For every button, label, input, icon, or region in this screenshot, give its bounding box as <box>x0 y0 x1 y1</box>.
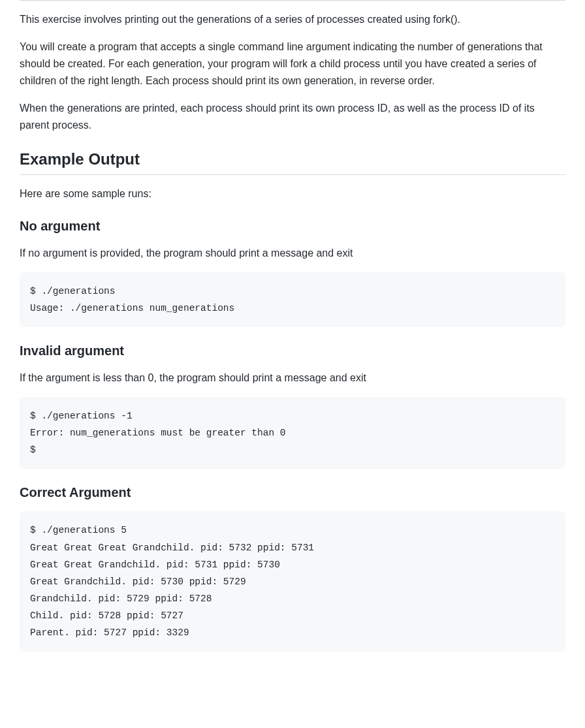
no-argument-code: $ ./generations Usage: ./generations num… <box>20 272 565 327</box>
example-output-heading: Example Output <box>20 150 565 175</box>
correct-argument-code: $ ./generations 5 Great Great Great Gran… <box>20 511 565 652</box>
intro-paragraph-3: When the generations are printed, each p… <box>20 100 565 134</box>
invalid-argument-heading: Invalid argument <box>20 343 565 359</box>
correct-argument-heading: Correct Argument <box>20 484 565 501</box>
no-argument-heading: No argument <box>20 218 565 234</box>
intro-paragraph-2: You will create a program that accepts a… <box>20 39 565 89</box>
sample-runs-lead: Here are some sample runs: <box>20 185 565 202</box>
no-argument-desc: If no argument is provided, the program … <box>20 245 565 262</box>
invalid-argument-code: $ ./generations -1 Error: num_generation… <box>20 397 565 469</box>
invalid-argument-desc: If the argument is less than 0, the prog… <box>20 370 565 387</box>
section-divider <box>20 0 565 1</box>
intro-paragraph-1: This exercise involves printing out the … <box>20 11 565 28</box>
